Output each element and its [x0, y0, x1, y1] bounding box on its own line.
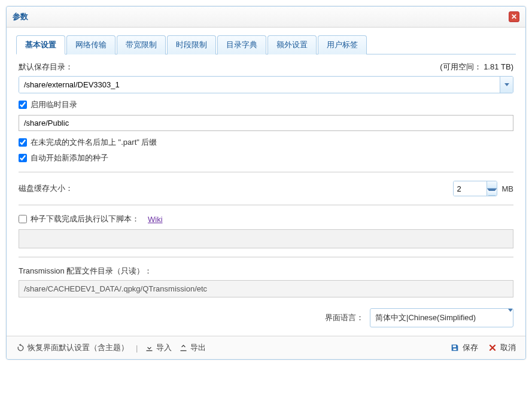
tab-dir-dict[interactable]: 目录字典: [217, 35, 266, 54]
spinner-up[interactable]: [487, 181, 497, 189]
titlebar: 参数 ✕: [7, 7, 525, 28]
dialog-footer: 恢复界面默认设置（含主题） | 导入 导出 保存 取消: [7, 336, 525, 359]
tab-schedule[interactable]: 时段限制: [167, 35, 216, 54]
auto-start-label: 自动开始新添加的种子: [31, 153, 108, 163]
close-icon: ✕: [511, 13, 517, 20]
config-dir-input: [19, 280, 513, 297]
part-suffix-row: 在未完成的文件名后加上 ".part" 后缀: [19, 137, 513, 148]
dialog-title: 参数: [13, 11, 28, 22]
auto-start-row: 自动开始新添加的种子: [19, 153, 513, 163]
lang-value: 简体中文|Chinese(Simplified): [370, 309, 508, 327]
export-button[interactable]: 导出: [179, 342, 206, 353]
chevron-down-icon: [504, 83, 509, 86]
tab-content: 默认保存目录： (可用空间： 1.81 TB) 启用临时目录 在未完成的文件名后…: [16, 62, 516, 327]
cache-label: 磁盘缓存大小：: [19, 183, 73, 194]
separator: [19, 205, 513, 205]
lang-combo[interactable]: 简体中文|Chinese(Simplified): [370, 308, 513, 327]
footer-left: 恢复界面默认设置（含主题） | 导入 导出: [16, 342, 206, 353]
spinner-buttons: [487, 181, 497, 196]
save-button[interactable]: 保存: [450, 342, 478, 353]
part-suffix-label: 在未完成的文件名后加上 ".part" 后缀: [31, 137, 157, 148]
tab-basic[interactable]: 基本设置: [16, 35, 65, 54]
separator: [19, 257, 513, 257]
footer-divider: |: [136, 344, 138, 353]
cache-row: 磁盘缓存大小： MB: [19, 181, 513, 196]
separator: [19, 172, 513, 172]
default-dir-row: 默认保存目录： (可用空间： 1.81 TB): [19, 62, 513, 72]
cache-unit: MB: [502, 184, 514, 193]
script-path-input: [19, 229, 513, 248]
tab-bar: 基本设置 网络传输 带宽限制 时段限制 目录字典 额外设置 用户标签: [16, 35, 516, 54]
cache-spinner: [453, 181, 497, 196]
default-dir-combo: [19, 76, 513, 93]
settings-dialog: 参数 ✕ 基本设置 网络传输 带宽限制 时段限制 目录字典 额外设置 用户标签 …: [6, 6, 526, 360]
restore-defaults-button[interactable]: 恢复界面默认设置（含主题）: [16, 342, 129, 353]
script-label: 种子下载完成后执行以下脚本：: [31, 214, 139, 224]
restore-icon: [16, 344, 25, 353]
chevron-up-icon: [487, 181, 497, 189]
tab-user-tags[interactable]: 用户标签: [318, 35, 367, 54]
tab-network[interactable]: 网络传输: [66, 35, 115, 54]
auto-start-checkbox[interactable]: [19, 154, 27, 162]
chevron-down-icon: [487, 189, 497, 196]
lang-dropdown-button[interactable]: [508, 309, 513, 327]
export-icon: [179, 344, 188, 353]
default-dir-label: 默认保存目录：: [19, 62, 73, 72]
dialog-body: 基本设置 网络传输 带宽限制 时段限制 目录字典 额外设置 用户标签 默认保存目…: [7, 28, 525, 336]
temp-dir-input[interactable]: [19, 115, 513, 131]
config-dir-label: Transmission 配置文件目录（只读）：: [19, 266, 513, 277]
spinner-down[interactable]: [487, 189, 497, 196]
script-row: 种子下载完成后执行以下脚本： Wiki: [19, 214, 513, 224]
cancel-button[interactable]: 取消: [488, 342, 516, 353]
save-icon: [450, 343, 460, 353]
lang-label: 界面语言：: [325, 312, 364, 323]
cancel-icon: [488, 343, 497, 353]
cache-input-wrap: MB: [453, 181, 514, 196]
wiki-link[interactable]: Wiki: [148, 215, 163, 224]
script-checkbox[interactable]: [19, 215, 27, 223]
tab-extra[interactable]: 额外设置: [267, 35, 317, 54]
import-button[interactable]: 导入: [145, 342, 172, 353]
free-space-text: (可用空间： 1.81 TB): [440, 62, 513, 72]
default-dir-dropdown-button[interactable]: [500, 77, 513, 93]
footer-right: 保存 取消: [450, 342, 516, 353]
import-icon: [145, 344, 154, 353]
chevron-down-icon: [508, 309, 513, 312]
temp-dir-checkbox[interactable]: [19, 101, 27, 109]
cache-input[interactable]: [454, 181, 487, 196]
part-suffix-checkbox[interactable]: [19, 138, 27, 147]
temp-dir-label: 启用临时目录: [31, 99, 77, 110]
lang-row: 界面语言： 简体中文|Chinese(Simplified): [19, 308, 513, 327]
temp-dir-enable-row: 启用临时目录: [19, 99, 513, 110]
tab-bandwidth[interactable]: 带宽限制: [117, 35, 166, 54]
close-button[interactable]: ✕: [509, 11, 519, 22]
default-dir-input[interactable]: [19, 77, 500, 93]
